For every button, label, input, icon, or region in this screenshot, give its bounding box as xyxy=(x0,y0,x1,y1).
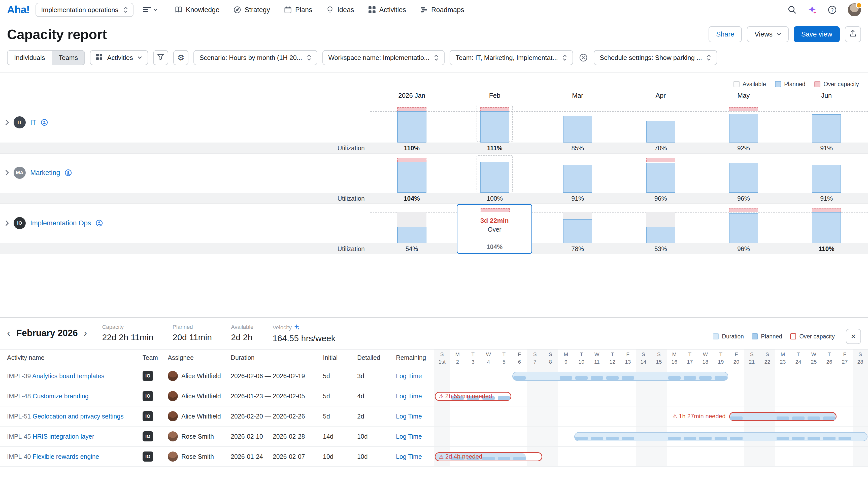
planned-bar[interactable] xyxy=(397,111,427,142)
activity-cell: IMPL-48 Customize branding xyxy=(7,393,139,400)
planned-day-segment xyxy=(575,376,588,380)
planned-bar[interactable] xyxy=(729,114,758,142)
expand-chevron-icon[interactable] xyxy=(5,220,9,226)
scenario-dropdown[interactable]: Scenario: Hours by month (1H 20... xyxy=(193,50,317,65)
clear-filter-icon[interactable] xyxy=(578,54,589,62)
day-column-header: W11 xyxy=(589,351,605,366)
selected-month-cell[interactable]: 3d 22minOver104% xyxy=(457,204,532,254)
planned-bar[interactable] xyxy=(729,213,758,243)
over-capacity-warning: ⚠ 2d 4h needed xyxy=(439,453,483,460)
expand-chevron-icon[interactable] xyxy=(5,119,9,125)
team-name-link[interactable]: IT xyxy=(30,119,36,126)
capacity-100-line xyxy=(370,111,868,112)
planned-bar[interactable] xyxy=(812,114,841,142)
activity-name-link[interactable]: Flexible rewards engine xyxy=(32,453,99,460)
search-icon[interactable] xyxy=(788,5,797,14)
over-capacity-bar[interactable] xyxy=(729,107,758,111)
activity-name-link[interactable]: Geolocation and privacy settings xyxy=(32,413,123,420)
team-name-link[interactable]: Marketing xyxy=(30,169,60,177)
day-column-header: T3 xyxy=(465,351,481,366)
planned-day-segment xyxy=(513,376,526,380)
log-time-link[interactable]: Log Time xyxy=(396,372,432,380)
day-column-header: F6 xyxy=(512,351,527,366)
over-capacity-bar[interactable] xyxy=(812,208,841,212)
user-avatar[interactable] xyxy=(848,3,861,17)
nav-item-roadmaps[interactable]: Roadmaps xyxy=(420,6,464,14)
over-capacity-bar[interactable] xyxy=(729,208,758,212)
previous-month-chevron-icon[interactable]: ‹ xyxy=(7,328,10,338)
filter-button[interactable] xyxy=(153,50,168,65)
export-button[interactable] xyxy=(845,26,861,42)
day-column-header: M2 xyxy=(450,351,465,366)
planned-bar[interactable] xyxy=(563,219,592,243)
activities-dropdown[interactable]: Activities xyxy=(90,50,148,65)
nav-item-plans[interactable]: Plans xyxy=(284,6,312,14)
share-button[interactable]: Share xyxy=(709,26,742,42)
nav-item-strategy[interactable]: Strategy xyxy=(234,6,270,14)
over-capacity-bar[interactable] xyxy=(397,107,427,111)
close-panel-button[interactable]: ✕ xyxy=(846,329,861,344)
planned-bar[interactable] xyxy=(397,162,427,193)
over-capacity-bar[interactable] xyxy=(397,158,427,162)
next-month-chevron-icon[interactable]: › xyxy=(84,328,87,338)
month-label: May xyxy=(702,92,785,99)
activity-name-link[interactable]: Customize branding xyxy=(32,393,88,400)
gantt-cell: ⚠ 2h 55min needed xyxy=(434,386,868,406)
planned-bar[interactable] xyxy=(729,163,758,193)
planned-bar[interactable] xyxy=(563,116,592,142)
planned-bar[interactable] xyxy=(646,163,675,193)
nav-item-ideas[interactable]: Ideas xyxy=(326,6,354,14)
weekend-shading xyxy=(744,386,760,406)
assignee-name: Rose Smith xyxy=(181,453,214,460)
activity-name-link[interactable]: Analytics board templates xyxy=(32,372,104,380)
planned-bar[interactable] xyxy=(646,227,675,243)
schedule-settings-dropdown[interactable]: Schedule settings: Show parking ... xyxy=(594,50,717,65)
over-capacity-bar[interactable] xyxy=(646,158,675,162)
weekend-shading xyxy=(852,386,868,406)
chevron-down-icon xyxy=(153,8,158,11)
expand-chevron-icon[interactable] xyxy=(5,170,9,176)
nav-item-activities[interactable]: Activities xyxy=(368,6,406,14)
team-name-link[interactable]: Implementation Ops xyxy=(30,219,91,227)
planned-bar[interactable] xyxy=(812,212,841,243)
ai-assistant-icon[interactable] xyxy=(808,5,817,14)
nav-item-knowledge[interactable]: Knowledge xyxy=(175,6,220,14)
capacity-stat: Capacity22d 2h 11min xyxy=(102,324,153,343)
log-time-link[interactable]: Log Time xyxy=(396,453,432,460)
team-filter-dropdown[interactable]: Team: IT, Marketing, Implementat... xyxy=(450,50,573,65)
planned-bar[interactable] xyxy=(646,121,675,142)
workspace-selector[interactable]: Implementation operations xyxy=(35,3,133,17)
log-time-link[interactable]: Log Time xyxy=(396,433,432,440)
over-amount-label: 3d 22min xyxy=(458,217,531,225)
day-column-header: W4 xyxy=(481,351,496,366)
log-time-link[interactable]: Log Time xyxy=(396,393,432,400)
planned-bar[interactable] xyxy=(397,227,427,243)
month-label: Apr xyxy=(619,92,702,99)
workspace-menu-button[interactable] xyxy=(140,3,161,17)
assignee-cell: Alice Whitfield xyxy=(168,411,229,421)
day-column-header: S14 xyxy=(636,351,651,366)
available-swatch xyxy=(734,81,740,87)
teams-toggle[interactable]: Teams xyxy=(52,50,85,65)
planned-bar[interactable] xyxy=(563,165,592,193)
log-time-link[interactable]: Log Time xyxy=(396,413,432,420)
settings-button[interactable]: ⚙ xyxy=(173,50,188,65)
weekend-shading xyxy=(651,386,667,406)
month-label: Feb xyxy=(453,92,536,99)
planned-bar[interactable] xyxy=(812,165,841,193)
day-column-header: T24 xyxy=(791,351,806,366)
individuals-toggle[interactable]: Individuals xyxy=(7,50,52,65)
table-header: Activity name Team Assignee Duration Ini… xyxy=(0,349,868,366)
planned-bar[interactable] xyxy=(480,111,509,142)
activity-name-link[interactable]: HRIS integration layer xyxy=(32,433,94,440)
aha-logo[interactable]: Aha! xyxy=(7,4,29,16)
planned-day-segment xyxy=(606,376,619,380)
team-badge: IO xyxy=(143,431,153,442)
planned-bar[interactable] xyxy=(480,162,509,193)
over-capacity-bar[interactable] xyxy=(480,107,509,111)
views-button[interactable]: Views xyxy=(747,26,789,42)
help-icon[interactable]: ? xyxy=(828,5,837,14)
workspace-filter-dropdown[interactable]: Workspace name: Implementatio... xyxy=(322,50,444,65)
day-column-header: F27 xyxy=(837,351,852,366)
save-view-button[interactable]: Save view xyxy=(794,26,840,42)
